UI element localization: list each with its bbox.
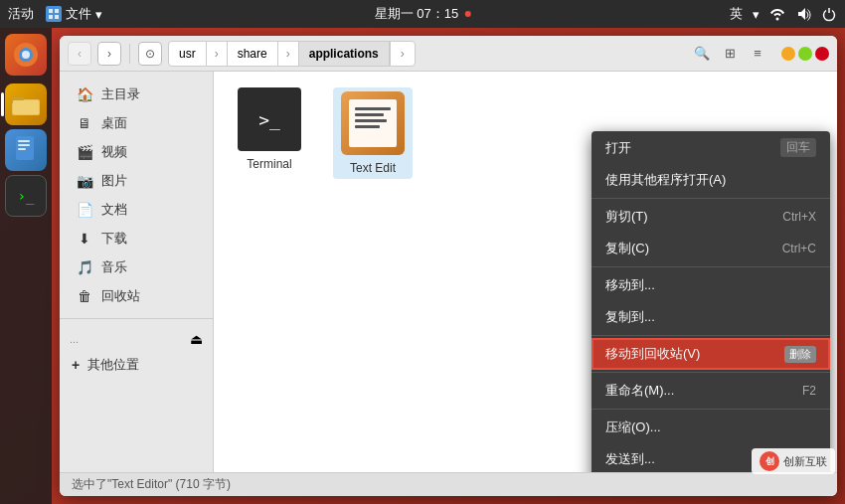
- sidebar-item-trash[interactable]: 🗑 回收站: [64, 282, 209, 310]
- other-plus-icon: +: [72, 357, 80, 373]
- dock-documents[interactable]: [5, 129, 47, 171]
- sidebar-item-desktop[interactable]: 🖥 桌面: [64, 109, 209, 137]
- sound-icon[interactable]: [795, 6, 811, 22]
- ctx-cut-label: 剪切(T): [605, 208, 782, 226]
- ctx-rename-label: 重命名(M)...: [605, 382, 802, 400]
- watermark-logo: 创: [760, 451, 779, 471]
- sidebar-label-downloads: 下载: [101, 230, 127, 248]
- sidebar-label-other: 其他位置: [87, 356, 139, 374]
- svg-rect-0: [49, 9, 53, 13]
- power-icon[interactable]: [821, 6, 837, 22]
- sidebar-item-downloads[interactable]: ⬇ 下载: [64, 225, 209, 252]
- history-button[interactable]: ⊙: [138, 42, 162, 66]
- ctx-move-to-trash[interactable]: 移动到回收站(V) 删除: [592, 338, 830, 370]
- svg-rect-13: [18, 144, 30, 146]
- sidebar: 🏠 主目录 🖥 桌面 🎬 视频 📷 图片 📄 文档: [60, 72, 214, 472]
- trash-icon: 🗑: [76, 287, 93, 305]
- textedit-file-icon: [341, 91, 405, 155]
- dock-terminal[interactable]: ›_: [5, 175, 47, 217]
- sidebar-bottom: ... ⏏ + 其他位置: [60, 318, 213, 379]
- svg-point-7: [22, 51, 30, 59]
- ctx-trash-shortcut: 删除: [784, 346, 816, 363]
- terminal-icon-symbol: >_: [258, 109, 280, 130]
- clock-text: 星期一 07：15: [375, 5, 459, 23]
- sidebar-item-music[interactable]: 🎵 音乐: [64, 253, 209, 281]
- sidebar-item-pictures[interactable]: 📷 图片: [64, 167, 209, 195]
- ctx-move-to[interactable]: 移动到...: [592, 269, 830, 301]
- breadcrumb-applications[interactable]: applications: [298, 41, 390, 67]
- file-item-textedit[interactable]: Text Edit: [333, 87, 413, 179]
- titlebar-actions: 🔍 ⊞ ≡: [690, 42, 769, 66]
- breadcrumb-sep-1: ›: [207, 41, 227, 67]
- lang-indicator[interactable]: 英: [730, 5, 743, 23]
- window-titlebar: ‹ › ⊙ usr › share › applications › 🔍 ⊞ ≡: [60, 36, 837, 72]
- sidebar-item-home[interactable]: 🏠 主目录: [64, 81, 209, 108]
- context-menu: 打开 回车 使用其他程序打开(A) 剪切(T) Ctrl+X 复制(C) Ctr…: [592, 131, 830, 472]
- terminal-file-icon: >_: [238, 87, 301, 151]
- music-icon: 🎵: [76, 258, 93, 276]
- svg-rect-2: [49, 15, 53, 19]
- sidebar-label-pictures: 图片: [101, 172, 127, 190]
- dock-files[interactable]: [5, 84, 47, 125]
- svg-rect-3: [55, 15, 59, 19]
- dock-firefox[interactable]: [5, 34, 47, 76]
- top-bar: 活动 文件 ▾ 星期一 07：15 英 ▾: [0, 0, 845, 28]
- sidebar-item-documents[interactable]: 📄 文档: [64, 196, 209, 224]
- ctx-copy-to[interactable]: 复制到...: [592, 301, 830, 333]
- home-icon: 🏠: [76, 85, 93, 103]
- app-menu-arrow: ▾: [95, 7, 102, 22]
- sidebar-label-music: 音乐: [101, 258, 127, 276]
- watermark: 创 创新互联: [752, 448, 835, 474]
- svg-rect-14: [18, 148, 26, 150]
- pictures-icon: 📷: [76, 172, 93, 190]
- app-menu[interactable]: 文件 ▾: [46, 5, 102, 23]
- close-button[interactable]: [815, 47, 829, 61]
- back-button[interactable]: ‹: [68, 42, 91, 66]
- window-controls: [781, 47, 829, 61]
- ctx-open-shortcut: 回车: [780, 138, 816, 157]
- minimize-button[interactable]: [781, 47, 795, 61]
- ctx-compress-label: 压缩(O)...: [605, 419, 816, 436]
- ctx-copy[interactable]: 复制(C) Ctrl+C: [592, 233, 830, 264]
- search-button[interactable]: 🔍: [690, 42, 714, 66]
- desktop-icon: 🖥: [76, 114, 93, 132]
- sidebar-label-videos: 视频: [101, 143, 127, 161]
- sidebar-item-other[interactable]: + 其他位置: [60, 351, 213, 379]
- svg-rect-1: [55, 9, 59, 13]
- sidebar-ellipsis[interactable]: ...: [70, 333, 79, 345]
- grid-view-button[interactable]: ⊞: [718, 42, 742, 66]
- network-icon[interactable]: [769, 6, 785, 22]
- sidebar-label-documents: 文档: [101, 201, 127, 219]
- textedit-icon-lines: [355, 107, 391, 143]
- app-name-label: 文件: [66, 5, 91, 23]
- maximize-button[interactable]: [798, 47, 812, 61]
- notification-dot: [464, 11, 470, 17]
- file-item-terminal[interactable]: >_ Terminal: [230, 87, 309, 179]
- breadcrumb-expand[interactable]: ›: [390, 41, 416, 67]
- breadcrumb-usr[interactable]: usr: [168, 41, 207, 67]
- ctx-rename[interactable]: 重命名(M)... F2: [592, 375, 830, 407]
- lang-arrow: ▾: [753, 7, 760, 22]
- ctx-compress[interactable]: 压缩(O)...: [592, 412, 830, 443]
- ctx-copy-label: 复制(C): [605, 240, 782, 257]
- ctx-cut-shortcut: Ctrl+X: [782, 210, 816, 224]
- status-text: 选中了"Text Editor" (710 字节): [72, 476, 231, 493]
- sidebar-item-videos[interactable]: 🎬 视频: [64, 138, 209, 166]
- files-area: >_ Terminal: [214, 72, 837, 472]
- ctx-cut[interactable]: 剪切(T) Ctrl+X: [592, 201, 830, 233]
- list-view-button[interactable]: ≡: [746, 42, 769, 66]
- dock: ›_: [0, 28, 52, 504]
- textedit-line-4: [355, 125, 380, 128]
- ctx-open[interactable]: 打开 回车: [592, 131, 830, 164]
- app-icon: [46, 6, 62, 22]
- ctx-sep-5: [592, 409, 830, 410]
- breadcrumb: usr › share › applications ›: [168, 41, 423, 67]
- downloads-icon: ⬇: [76, 230, 93, 248]
- terminal-file-label: Terminal: [247, 157, 291, 171]
- eject-icon[interactable]: ⏏: [190, 331, 203, 347]
- breadcrumb-share[interactable]: share: [227, 41, 278, 67]
- breadcrumb-sep-2: ›: [278, 41, 298, 67]
- activities-button[interactable]: 活动: [8, 5, 34, 23]
- forward-button[interactable]: ›: [97, 42, 121, 66]
- ctx-open-with[interactable]: 使用其他程序打开(A): [592, 164, 830, 196]
